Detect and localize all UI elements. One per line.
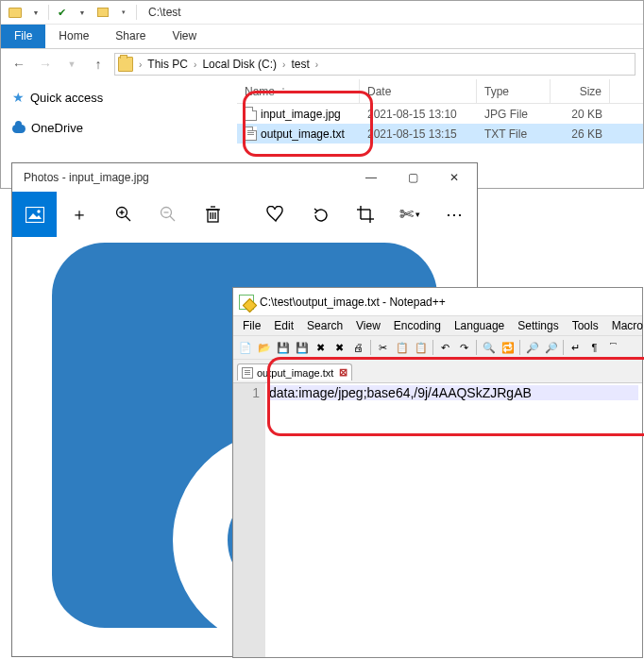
wordwrap-icon[interactable]: ↵ (568, 340, 584, 356)
show-all-chars-icon[interactable]: ¶ (586, 340, 602, 356)
sidebar-item-onedrive[interactable]: OneDrive (10, 118, 228, 141)
editor-area[interactable]: 1 data:image/jpeg;base64,/9j/4AAQSkZJRgA… (233, 382, 642, 657)
home-tab[interactable]: Home (45, 25, 102, 48)
save-all-icon[interactable]: 💾 (294, 340, 310, 356)
folder-icon (7, 4, 24, 21)
rotate-icon[interactable] (298, 192, 343, 237)
menu-tools[interactable]: Tools (567, 318, 604, 333)
crop-icon[interactable] (343, 192, 387, 237)
file-type: TXT File (477, 127, 551, 141)
back-button[interactable]: ← (8, 54, 29, 75)
svg-point-2 (37, 210, 40, 212)
qat-dropdown2-icon[interactable]: ▼ (74, 4, 91, 21)
menu-edit[interactable]: Edit (268, 318, 299, 333)
delete-icon[interactable] (191, 192, 235, 237)
menu-file[interactable]: File (237, 318, 266, 333)
npp-tabstrip: output_image.txt ⊠ (233, 360, 642, 380)
indent-guide-icon[interactable]: ⎴ (605, 340, 621, 356)
menu-settings[interactable]: Settings (512, 318, 564, 333)
favorite-icon[interactable] (254, 192, 298, 237)
maximize-button[interactable]: ▢ (392, 164, 433, 191)
zoom-out-icon[interactable] (146, 192, 191, 237)
sidebar-item-label: Quick access (30, 91, 103, 105)
column-header-size[interactable]: Size (551, 79, 610, 103)
file-row[interactable]: output_image.txt 2021-08-15 13:15 TXT Fi… (237, 124, 643, 144)
qat-dropdown-icon[interactable]: ▼ (27, 4, 44, 21)
zoom-in-icon[interactable] (101, 192, 145, 237)
column-headers: Name ˄ Date Type Size (237, 79, 643, 104)
file-name: output_image.txt (261, 127, 345, 141)
photos-titlebar: Photos - input_image.jpg — ▢ ✕ (12, 163, 477, 192)
chevron-right-icon[interactable]: › (280, 59, 287, 70)
breadcrumb-segment[interactable]: test (287, 58, 313, 71)
menu-view[interactable]: View (350, 318, 386, 333)
file-date: 2021-08-15 13:15 (360, 127, 477, 141)
minimize-button[interactable]: — (350, 164, 392, 191)
zoom-in-tb-icon[interactable]: 🔎 (524, 340, 540, 356)
chevron-right-icon[interactable]: › (137, 59, 144, 70)
redo-icon[interactable]: ↷ (456, 340, 472, 356)
star-icon: ★ (12, 90, 25, 105)
line-gutter: 1 (233, 383, 265, 657)
gallery-icon[interactable] (12, 192, 57, 237)
file-row[interactable]: input_image.jpg 2021-08-15 13:10 JPG Fil… (237, 104, 643, 124)
forward-button[interactable]: → (35, 54, 56, 75)
replace-icon[interactable]: 🔁 (500, 340, 516, 356)
sidebar-item-quick-access[interactable]: ★ Quick access (10, 87, 228, 110)
close-all-icon[interactable]: ✖ (331, 340, 347, 356)
view-tab[interactable]: View (159, 25, 210, 48)
breadcrumb-segment[interactable]: This PC (144, 58, 192, 71)
column-header-date[interactable]: Date (360, 79, 477, 103)
chevron-right-icon[interactable]: › (192, 59, 198, 70)
svg-rect-0 (25, 207, 43, 222)
file-tab[interactable]: File (1, 25, 45, 48)
column-header-name[interactable]: Name ˄ (237, 79, 360, 103)
code-content[interactable]: data:image/jpeg;base64,/9j/4AAQSkZJRgAB (265, 383, 642, 657)
new-file-icon[interactable]: 📄 (237, 340, 253, 356)
menu-encoding[interactable]: Encoding (388, 318, 447, 333)
save-icon[interactable]: 💾 (275, 340, 291, 356)
undo-icon[interactable]: ↶ (437, 340, 453, 356)
zoom-out-tb-icon[interactable]: 🔎 (543, 340, 559, 356)
print-icon[interactable]: 🖨 (350, 340, 366, 356)
qat-overflow-icon[interactable]: ▾ (115, 4, 132, 21)
cloud-icon (12, 125, 25, 133)
properties-check-icon[interactable]: ✔ (53, 4, 70, 21)
quick-access-toolbar: ▼ ✔ ▼ ▾ C:\test (1, 1, 643, 25)
tab-close-icon[interactable]: ⊠ (339, 366, 347, 379)
code-line: data:image/jpeg;base64,/9j/4AAQSkZJRgAB (269, 385, 638, 400)
cut-icon[interactable]: ✂ (375, 340, 391, 356)
file-name: input_image.jpg (261, 108, 341, 121)
chevron-right-icon[interactable]: › (314, 59, 320, 70)
close-button[interactable]: ✕ (433, 164, 475, 191)
open-file-icon[interactable]: 📂 (256, 340, 272, 356)
file-type: JPG File (477, 108, 551, 121)
recent-dropdown-icon[interactable]: ▼ (61, 54, 82, 75)
notepadpp-icon (239, 295, 254, 310)
menu-language[interactable]: Language (449, 318, 510, 333)
notepadpp-window: C:\test\output_image.txt - Notepad++ Fil… (232, 287, 643, 658)
edit-icon[interactable]: ✄▾ (388, 192, 432, 237)
find-icon[interactable]: 🔍 (481, 340, 497, 356)
address-bar[interactable]: › This PC › Local Disk (C:) › test › (114, 53, 636, 76)
breadcrumb-segment[interactable]: Local Disk (C:) (198, 58, 280, 71)
close-file-icon[interactable]: ✖ (313, 340, 329, 356)
share-tab[interactable]: Share (102, 25, 159, 48)
file-tab-output[interactable]: output_image.txt ⊠ (237, 363, 352, 380)
file-size: 26 KB (551, 127, 610, 141)
add-icon[interactable]: ＋ (57, 192, 101, 237)
line-number: 1 (233, 385, 260, 400)
up-button[interactable]: ↑ (88, 54, 109, 75)
sidebar-item-label: OneDrive (31, 121, 83, 135)
file-txt-icon (245, 127, 257, 141)
file-size: 20 KB (551, 108, 610, 121)
menu-macro[interactable]: Macro (606, 318, 644, 333)
npp-titlebar: C:\test\output_image.txt - Notepad++ (233, 288, 642, 316)
photos-title-text: Photos - input_image.jpg (24, 171, 149, 184)
more-icon[interactable]: ⋯ (432, 192, 477, 237)
file-date: 2021-08-15 13:10 (360, 108, 477, 121)
column-header-type[interactable]: Type (477, 79, 551, 103)
copy-icon[interactable]: 📋 (394, 340, 410, 356)
paste-icon[interactable]: 📋 (413, 340, 429, 356)
menu-search[interactable]: Search (301, 318, 348, 333)
